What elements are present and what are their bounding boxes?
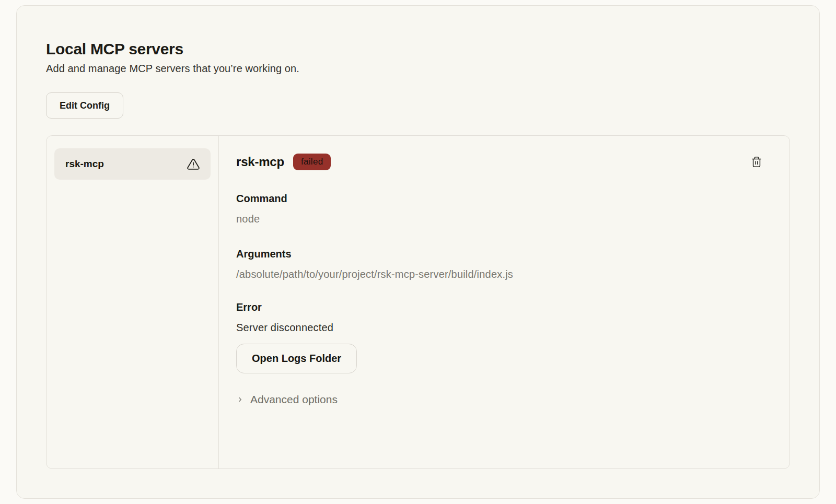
trash-icon bbox=[751, 155, 762, 169]
settings-card: Local MCP servers Add and manage MCP ser… bbox=[16, 5, 820, 499]
chevron-right-icon bbox=[236, 394, 244, 405]
open-logs-folder-button[interactable]: Open Logs Folder bbox=[236, 344, 357, 373]
field-error-value: Server disconnected bbox=[236, 321, 762, 334]
delete-server-button[interactable] bbox=[751, 155, 762, 169]
field-command-value: node bbox=[236, 213, 762, 226]
field-error-label: Error bbox=[236, 301, 762, 314]
field-arguments-label: Arguments bbox=[236, 248, 762, 261]
server-detail-header: rsk-mcp failed bbox=[236, 154, 762, 170]
field-command: Command node bbox=[236, 192, 762, 226]
page-subtitle: Add and manage MCP servers that you’re w… bbox=[46, 63, 790, 75]
server-panel: rsk-mcp rsk-mcp failed bbox=[46, 135, 790, 469]
page-title: Local MCP servers bbox=[46, 40, 790, 57]
field-command-label: Command bbox=[236, 192, 762, 205]
field-arguments: Arguments /absolute/path/to/your/project… bbox=[236, 248, 762, 281]
server-list-item[interactable]: rsk-mcp bbox=[54, 148, 211, 180]
server-name: rsk-mcp bbox=[236, 154, 284, 170]
field-arguments-value: /absolute/path/to/your/project/rsk-mcp-s… bbox=[236, 268, 762, 281]
status-badge: failed bbox=[293, 154, 331, 170]
warning-icon bbox=[187, 158, 200, 171]
advanced-options-label: Advanced options bbox=[250, 393, 338, 406]
advanced-options-toggle[interactable]: Advanced options bbox=[236, 393, 338, 406]
server-list-item-name: rsk-mcp bbox=[65, 158, 104, 170]
field-error: Error Server disconnected bbox=[236, 301, 762, 334]
server-detail: rsk-mcp failed Command node bbox=[219, 136, 789, 468]
server-list-sidebar: rsk-mcp bbox=[47, 136, 219, 468]
edit-config-button[interactable]: Edit Config bbox=[46, 92, 123, 119]
